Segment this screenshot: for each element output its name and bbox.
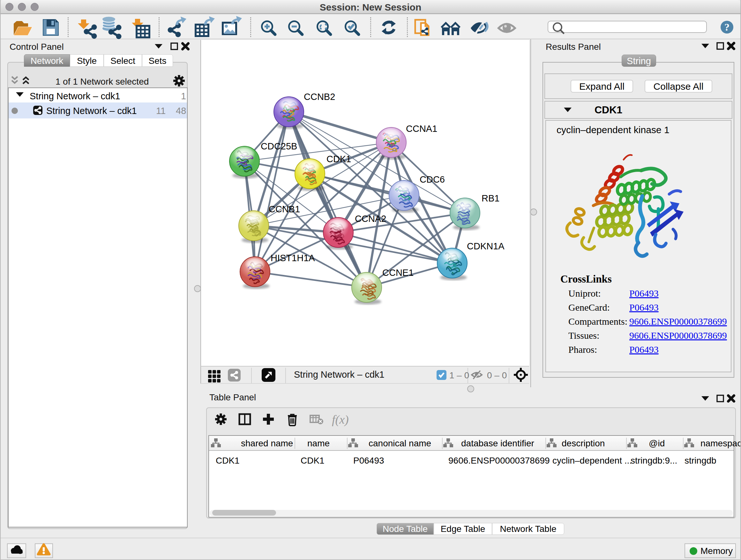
svg-text:CDK1: CDK1 — [327, 154, 351, 164]
svg-text:HIST1H1A: HIST1H1A — [271, 253, 315, 263]
svg-text:CDKN1A: CDKN1A — [467, 241, 504, 251]
svg-text:?: ? — [724, 21, 730, 33]
svg-text:CCNA1: CCNA1 — [406, 124, 437, 134]
svg-text:CDC6: CDC6 — [420, 174, 445, 185]
svg-text:CCNE1: CCNE1 — [382, 267, 414, 278]
svg-text:CDC25B: CDC25B — [261, 141, 297, 151]
svg-text:CCNA2: CCNA2 — [355, 213, 386, 224]
svg-text:CCNB2: CCNB2 — [304, 91, 335, 102]
svg-text:CCNB1: CCNB1 — [269, 204, 300, 214]
svg-text:RB1: RB1 — [482, 193, 499, 203]
